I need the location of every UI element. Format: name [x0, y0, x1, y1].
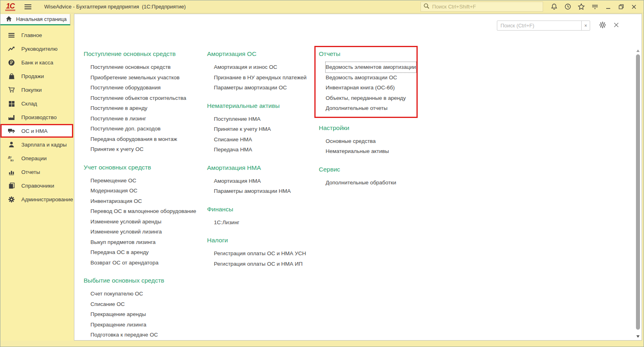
- command-link[interactable]: Принятие к учету ОС: [90, 144, 144, 155]
- titlebar: 1С WiseAdvice - Бухгалтерия предприятия …: [0, 0, 644, 13]
- shopping-bag-icon: [8, 73, 15, 80]
- sidebar-item-label: Администрирование: [21, 196, 73, 202]
- scroll-thumb[interactable]: [636, 54, 640, 330]
- command-link[interactable]: Передача оборудования в монтаж: [90, 134, 177, 145]
- section-group: СервисДополнительные обработки: [319, 165, 415, 188]
- command-link[interactable]: Инвентарная книга (ОС-6б): [326, 83, 395, 93]
- person-icon: [8, 141, 15, 148]
- main-menu-icon[interactable]: [21, 2, 35, 12]
- command-link[interactable]: Перевод ОС в малоценное оборудование: [90, 206, 196, 217]
- command-link[interactable]: Дополнительные обработки: [326, 178, 396, 188]
- command-link[interactable]: Амортизация и износ ОС: [214, 62, 277, 72]
- command-link[interactable]: Передача ОС в аренду: [90, 247, 149, 258]
- command-link[interactable]: Передача НМА: [214, 145, 252, 155]
- global-search-input[interactable]: [432, 4, 540, 10]
- scroll-up-icon[interactable]: [636, 50, 640, 52]
- section-group: Поступление основных средствПоступление …: [84, 50, 204, 155]
- vertical-scrollbar[interactable]: [635, 35, 641, 339]
- command-link[interactable]: Нематериальные активы: [326, 146, 389, 157]
- command-link[interactable]: Признание в НУ арендных платежей: [214, 72, 307, 83]
- command-link[interactable]: Поступление объектов строительства: [90, 93, 186, 103]
- sidebar-item-operacii[interactable]: ДтКт Операции: [0, 151, 74, 165]
- sidebar-item-os-i-nma[interactable]: ОС и НМА: [0, 124, 73, 138]
- command-link[interactable]: Прекращение аренды: [90, 309, 146, 320]
- command-link[interactable]: Параметры амортизации НМА: [214, 186, 291, 196]
- scroll-down-icon[interactable]: [636, 335, 640, 338]
- command-link[interactable]: Поступление оборудования: [90, 83, 161, 93]
- command-link[interactable]: Подготовка к передаче ОС: [90, 330, 158, 340]
- factory-icon: [8, 114, 15, 121]
- books-icon: [8, 182, 15, 189]
- command-link[interactable]: Приобретение земельных участков: [90, 72, 180, 83]
- command-link[interactable]: Ведомость элементов амортизации: [326, 62, 416, 72]
- gear-icon: [8, 196, 15, 203]
- search-icon: [423, 3, 430, 11]
- command-link[interactable]: Перемещение ОС: [90, 176, 136, 186]
- section-group: НалогиРегистрация оплаты ОС и НМА УСНРег…: [207, 236, 320, 269]
- command-link[interactable]: Возврат ОС от арендатора: [90, 258, 158, 268]
- command-link[interactable]: Поступление НМА: [214, 114, 260, 124]
- restore-button[interactable]: [615, 2, 628, 12]
- favorites-star-icon[interactable]: [574, 2, 588, 12]
- minimize-button[interactable]: [602, 2, 615, 12]
- command-link[interactable]: 1С:Лизинг: [214, 217, 240, 228]
- window-title: WiseAdvice - Бухгалтерия предприятия (1С…: [44, 4, 186, 10]
- command-link[interactable]: Параметры амортизации ОС: [214, 83, 287, 93]
- sidebar-item-glavnoe[interactable]: Главное: [0, 28, 74, 42]
- sidebar-item-label: Главное: [21, 32, 42, 38]
- sidebar-item-bank-i-kassa[interactable]: Банк и касса: [0, 56, 74, 69]
- debit-credit-icon: ДтКт: [8, 155, 15, 162]
- command-link[interactable]: Поступление в аренду: [90, 103, 148, 114]
- sidebar-item-otchety[interactable]: Отчеты: [0, 165, 74, 179]
- command-link[interactable]: Поступление основных средств: [90, 62, 171, 72]
- app-window: 1С WiseAdvice - Бухгалтерия предприятия …: [0, 0, 644, 347]
- sidebar-item-label: Склад: [21, 101, 37, 107]
- command-link[interactable]: Амортизация НМА: [214, 176, 261, 186]
- section-group: НастройкиОсновные средстваНематериальные…: [319, 124, 415, 157]
- sidebar-item-label: Руководителю: [21, 46, 57, 52]
- command-link[interactable]: Дополнительные отчеты: [326, 103, 388, 114]
- cart-icon: [8, 87, 15, 93]
- command-link[interactable]: Изменение условий лизинга: [90, 227, 162, 237]
- command-link[interactable]: Регистрация оплаты ОС и НМА ИП: [214, 259, 303, 269]
- sidebar-item-prodazhi[interactable]: Продажи: [0, 69, 74, 83]
- section-group: Амортизация ОСАмортизация и износ ОСПриз…: [207, 50, 320, 93]
- command-link[interactable]: Регистрация оплаты ОС и НМА УСН: [214, 248, 306, 259]
- command-link[interactable]: Поступление в лизинг: [90, 114, 146, 124]
- sidebar-item-proizvodstvo[interactable]: Производство: [0, 110, 74, 124]
- command-link[interactable]: Прекращение лизинга: [90, 320, 146, 330]
- sidebar-item-label: Производство: [21, 114, 57, 120]
- column-3: ОтчетыВедомость элементов амортизацииВед…: [319, 50, 415, 196]
- tab-home[interactable]: Начальная страница: [0, 14, 70, 25]
- sidebar-item-pokupki[interactable]: Покупки: [0, 83, 74, 97]
- section-title: Амортизация НМА: [207, 163, 320, 172]
- command-link[interactable]: Основные средства: [326, 136, 376, 147]
- notifications-bell-icon[interactable]: [547, 2, 561, 12]
- sidebar-item-zarplata-i-kadry[interactable]: Зарплата и кадры: [0, 138, 74, 151]
- 1c-logo-icon[interactable]: 1С: [5, 3, 15, 11]
- sidebar-item-rukovoditelyu[interactable]: Руководителю: [0, 42, 74, 56]
- command-link[interactable]: Списание НМА: [214, 134, 252, 145]
- section-group: Учет основных средствПеремещение ОСМодер…: [84, 163, 204, 268]
- command-link[interactable]: Изменение условий аренды: [90, 217, 161, 227]
- command-link[interactable]: Выкуп предметов лизинга: [90, 237, 156, 248]
- history-icon[interactable]: [561, 2, 574, 12]
- service-menu-icon[interactable]: [588, 2, 602, 12]
- bar-chart-icon: [8, 169, 15, 176]
- command-link[interactable]: Модернизация ОС: [90, 186, 137, 196]
- sidebar-item-label: ОС и НМА: [21, 128, 47, 134]
- tab-home-label: Начальная страница: [16, 16, 67, 22]
- command-link[interactable]: Счет покупателю ОС: [90, 289, 143, 299]
- command-link[interactable]: Списание ОС: [90, 299, 125, 310]
- command-link[interactable]: Объекты, переданные в аренду: [326, 93, 406, 103]
- close-button[interactable]: [628, 2, 640, 12]
- trend-icon: [8, 45, 15, 52]
- sidebar-item-administrirovanie[interactable]: Администрирование: [0, 192, 74, 206]
- sidebar-item-spravochniki[interactable]: Справочники: [0, 179, 74, 192]
- sidebar-item-label: Продажи: [21, 73, 44, 79]
- command-link[interactable]: Ведомость амортизации ОС: [326, 72, 397, 83]
- command-link[interactable]: Поступление доп. расходов: [90, 124, 160, 134]
- command-link[interactable]: Принятие к учету НМА: [214, 124, 271, 134]
- sidebar-item-sklad[interactable]: Склад: [0, 97, 74, 110]
- command-link[interactable]: Инвентаризация ОС: [90, 196, 142, 207]
